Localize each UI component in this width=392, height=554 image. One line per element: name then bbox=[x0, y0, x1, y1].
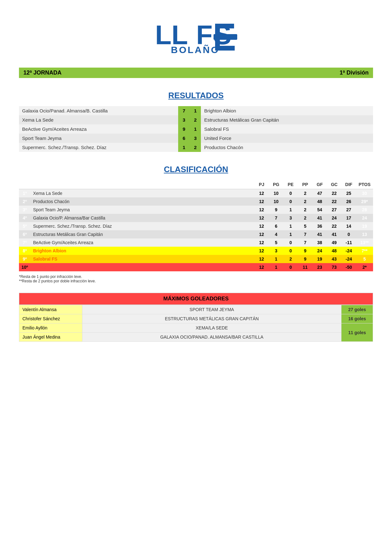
home-team: Galaxia Ocio/Panad. Almansa/B. Castilla bbox=[19, 106, 178, 115]
dif: 0 bbox=[341, 230, 356, 238]
pj: 12 bbox=[254, 214, 269, 222]
rank: 6º bbox=[19, 230, 31, 238]
pp: 5 bbox=[298, 222, 312, 230]
pp: 9 bbox=[298, 255, 312, 263]
goles-cell: 16 goles bbox=[341, 314, 373, 323]
result-row: Galaxia Ocio/Panad. Almansa/B. Castilla … bbox=[19, 106, 373, 115]
gc: 49 bbox=[327, 238, 341, 247]
classification-row: 9º Salobral FS 12 1 2 9 19 43 -24 5 bbox=[19, 255, 373, 263]
team-name: Salobral FS bbox=[31, 255, 254, 263]
away-team: Brighton Albion bbox=[201, 106, 373, 115]
goleador-team: XEMA/LA SEDE bbox=[82, 323, 341, 333]
pp: 7 bbox=[298, 230, 312, 238]
goleador-name: Emilio Ayllón bbox=[19, 323, 82, 333]
gc: 73 bbox=[327, 263, 341, 271]
result-row: Xema La Sede 3 2 Estructuras Metálicas G… bbox=[19, 115, 373, 124]
pe: 1 bbox=[283, 206, 298, 214]
col-gc: GC bbox=[327, 180, 341, 189]
rank: 1º bbox=[19, 189, 31, 198]
rank: 9º bbox=[19, 255, 31, 263]
gc: 22 bbox=[327, 197, 341, 206]
pg: 6 bbox=[269, 222, 283, 230]
pe: 1 bbox=[283, 222, 298, 230]
gf: 54 bbox=[312, 206, 327, 214]
col-pp: PP bbox=[298, 180, 312, 189]
pg: 10 bbox=[269, 197, 283, 206]
note2: **Resta de 2 puntos por doble infracción… bbox=[19, 279, 373, 283]
pp: 9 bbox=[298, 247, 312, 255]
home-team: BeActive Gym/Aceites Arreaza bbox=[19, 124, 178, 134]
goleador-row: Valentín Almansa SPORT TEAM JEYMA 27 gol… bbox=[19, 305, 373, 314]
gc: 27 bbox=[327, 206, 341, 214]
pe: 2 bbox=[283, 255, 298, 263]
svg-text:BOLAÑO: BOLAÑO bbox=[171, 45, 220, 54]
away-team: United Force bbox=[201, 134, 373, 143]
dif: 25 bbox=[341, 189, 356, 198]
gc: 43 bbox=[327, 255, 341, 263]
goles-cell: 27 goles bbox=[341, 305, 373, 314]
jornada-label: 12ª JORNADA bbox=[23, 69, 62, 76]
score-away: 1 bbox=[190, 106, 201, 115]
classification-row: 2º Productos Chacón 12 10 0 2 48 22 26 2… bbox=[19, 197, 373, 206]
classification-row: 7º BeActive Gym/Aceites Arreaza 12 5 0 7… bbox=[19, 238, 373, 247]
dif: -24 bbox=[341, 255, 356, 263]
score-home: 9 bbox=[178, 124, 190, 134]
pj: 12 bbox=[254, 230, 269, 238]
gc: 24 bbox=[327, 214, 341, 222]
score-away: 1 bbox=[190, 124, 201, 134]
pp: 7 bbox=[298, 238, 312, 247]
pp: 2 bbox=[298, 197, 312, 206]
clasificacion-title: CLASIFICACIÓN bbox=[19, 165, 373, 174]
ptos: 13 bbox=[356, 230, 373, 238]
pp: 2 bbox=[298, 214, 312, 222]
col-pj: PJ bbox=[254, 180, 269, 189]
score-home: 6 bbox=[178, 134, 190, 143]
clasificacion-section: CLASIFICACIÓN PJ PG PE PP GF GC DIF PTOS… bbox=[19, 165, 373, 283]
rank: 8º bbox=[19, 247, 31, 255]
score-home: 1 bbox=[178, 143, 190, 152]
rank: 3º bbox=[19, 206, 31, 214]
col-pe: PE bbox=[283, 180, 298, 189]
pj: 12 bbox=[254, 238, 269, 247]
classification-row: 3º Sport Team Jeyma 12 9 1 2 54 27 27 28 bbox=[19, 206, 373, 214]
col-dif: DIF bbox=[341, 180, 356, 189]
gf: 41 bbox=[312, 230, 327, 238]
rank: 2º bbox=[19, 197, 31, 206]
ptos: 7** bbox=[356, 247, 373, 255]
gf: 19 bbox=[312, 255, 327, 263]
llfs-logo: LL F S BOLAÑO bbox=[152, 19, 240, 54]
ptos: 13** bbox=[356, 238, 373, 247]
goles-cell: 11 goles bbox=[341, 323, 373, 342]
dif: -11 bbox=[341, 238, 356, 247]
team-name: Estructuras Metálicas Gran Capitán bbox=[31, 230, 254, 238]
goleadores-title: MÁXIMOS GOLEADORES bbox=[19, 293, 373, 305]
result-row: BeActive Gym/Aceites Arreaza 9 1 Salobra… bbox=[19, 124, 373, 134]
jornada-bar: 12ª JORNADA 1ª División bbox=[19, 68, 373, 78]
rank: 10º bbox=[19, 263, 31, 271]
goleador-row: Emilio Ayllón XEMA/LA SEDE 11 goles bbox=[19, 323, 373, 333]
division-label: 1ª División bbox=[340, 69, 369, 76]
away-team: Productos Chacón bbox=[201, 143, 373, 152]
classification-row: 10º United Force 12 1 0 11 23 73 -50 2* bbox=[19, 263, 373, 271]
pp: 11 bbox=[298, 263, 312, 271]
dif: -50 bbox=[341, 263, 356, 271]
dif: 27 bbox=[341, 206, 356, 214]
goleador-name: Christofer Sánchez bbox=[19, 314, 82, 323]
ptos: 5 bbox=[356, 255, 373, 263]
gf: 41 bbox=[312, 214, 327, 222]
pp: 2 bbox=[298, 189, 312, 198]
score-home: 3 bbox=[178, 115, 190, 124]
gf: 36 bbox=[312, 222, 327, 230]
rank: 5º bbox=[19, 222, 31, 230]
classification-row: 6º Estructuras Metálicas Gran Capitán 12… bbox=[19, 230, 373, 238]
pg: 7 bbox=[269, 214, 283, 222]
pe: 0 bbox=[283, 238, 298, 247]
rank: 7º bbox=[19, 238, 31, 247]
score-home: 7 bbox=[178, 106, 190, 115]
resultados-title: RESULTADOS bbox=[19, 91, 373, 100]
ptos: 28 bbox=[356, 206, 373, 214]
pg: 4 bbox=[269, 230, 283, 238]
classification-row: 8º Brighton Albion 12 3 0 9 24 48 -24 7*… bbox=[19, 247, 373, 255]
pe: 0 bbox=[283, 263, 298, 271]
pg: 1 bbox=[269, 255, 283, 263]
